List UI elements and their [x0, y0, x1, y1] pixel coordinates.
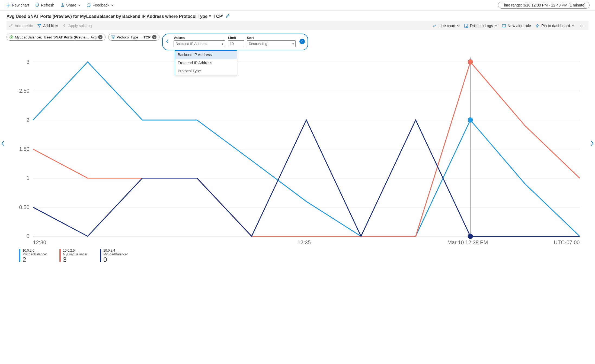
filter-field-label: Protocol Type — [117, 35, 138, 39]
confirm-split-button[interactable]: ✓ — [299, 39, 305, 44]
svg-rect-3 — [465, 24, 467, 27]
add-filter-button[interactable]: Add filter — [37, 24, 58, 28]
new-alert-label: New alert rule — [508, 24, 531, 28]
legend-swatch — [100, 249, 101, 262]
remove-filter-button[interactable]: ✕ — [152, 35, 156, 39]
legend-swatch — [59, 249, 61, 262]
filter-icon — [111, 35, 115, 39]
limit-input[interactable]: 10 — [228, 40, 244, 47]
new-chart-label: New chart — [12, 3, 29, 7]
values-value: Backend IP Address — [175, 42, 207, 46]
dropdown-option[interactable]: Protocol Type — [175, 67, 237, 75]
legend-item[interactable]: 10.0.2.6 MyLoadBalancer 2 — [19, 249, 47, 263]
more-options-button[interactable]: ⋯ — [579, 23, 586, 29]
svg-point-1 — [88, 5, 88, 5]
chevron-right-icon — [590, 140, 594, 146]
chart-title: Avg Used SNAT Ports (Preview) for MyLoad… — [7, 14, 223, 19]
chart-area: 3 2.50 2 1.50 1 0.50 0 12:30 12:35 — [7, 53, 588, 247]
edit-title-button[interactable] — [225, 14, 230, 19]
chevron-down-icon — [457, 24, 460, 27]
x-tick: 12:35 — [298, 239, 311, 245]
y-tick: 1.50 — [19, 146, 30, 152]
add-filter-label: Add filter — [43, 24, 58, 28]
new-chart-button[interactable]: New chart — [5, 2, 30, 8]
legend-swatch — [19, 249, 20, 262]
dropdown-option[interactable]: Backend IP Address — [175, 51, 237, 59]
legend-resource: MyLoadBalancer — [103, 253, 128, 256]
dropdown-option[interactable]: Frontend IP Address — [175, 59, 237, 67]
time-range-picker[interactable]: Time range: 3/10 12:30 PM - 12:40 PM (1 … — [498, 2, 590, 9]
add-metric-button[interactable]: Add metric — [9, 24, 33, 28]
chevron-down-icon — [111, 4, 114, 6]
remove-metric-button[interactable]: ✕ — [98, 35, 103, 39]
chevron-left-icon — [1, 140, 5, 146]
hover-point — [468, 59, 473, 65]
apply-splitting-label: Apply splitting — [68, 24, 92, 28]
filter-icon — [37, 24, 41, 28]
share-icon — [60, 3, 65, 7]
legend-item[interactable]: 10.0.2.5 MyLoadBalancer 3 — [59, 249, 87, 263]
chevron-down-icon — [495, 24, 497, 27]
legend-item[interactable]: 10.0.2.4 MyLoadBalancer 0 — [100, 249, 128, 263]
svg-point-2 — [89, 5, 89, 5]
filter-eq-label: = — [140, 35, 142, 39]
timezone-label: UTC-07:00 — [554, 239, 580, 245]
top-toolbar: New chart Refresh Share Feedback Time ra… — [0, 0, 595, 11]
chart-title-row: Avg Used SNAT Ports (Preview) for MyLoad… — [0, 11, 595, 21]
values-select[interactable]: Backend IP Address ▾ — [174, 40, 225, 47]
chart-next-button[interactable] — [590, 140, 594, 148]
apply-splitting-button[interactable]: Apply splitting — [62, 24, 92, 28]
metric-agg-label: Avg — [91, 35, 97, 39]
hover-point — [468, 234, 473, 239]
alert-icon — [502, 24, 506, 28]
splitting-editor: Values Backend IP Address ▾ Limit 10 Sor… — [162, 34, 308, 50]
y-tick: 2.50 — [19, 88, 30, 94]
legend-value: 3 — [63, 256, 87, 263]
feedback-button[interactable]: Feedback — [86, 2, 114, 8]
sort-value: Descending — [249, 42, 267, 46]
resource-icon — [9, 35, 13, 39]
refresh-label: Refresh — [41, 3, 54, 7]
line-chart[interactable]: 3 2.50 2 1.50 1 0.50 0 12:30 12:35 — [7, 53, 588, 247]
hover-point — [468, 117, 473, 123]
smiley-icon — [87, 3, 91, 7]
values-label: Values — [174, 36, 225, 40]
line-chart-icon — [433, 24, 437, 28]
share-button[interactable]: Share — [60, 2, 81, 8]
sort-select[interactable]: Descending ▾ — [247, 40, 296, 47]
legend-resource: MyLoadBalancer — [63, 253, 87, 256]
chart-prev-button[interactable] — [1, 140, 5, 148]
logs-icon — [464, 24, 468, 28]
pencil-icon — [225, 14, 230, 18]
drill-logs-label: Drill into Logs — [470, 24, 493, 28]
chart-type-selector[interactable]: Line chart — [433, 24, 459, 28]
split-icon — [62, 24, 67, 28]
drill-logs-button[interactable]: Drill into Logs — [464, 24, 497, 28]
limit-label: Limit — [228, 36, 244, 40]
limit-value: 10 — [230, 42, 233, 46]
feedback-label: Feedback — [92, 3, 109, 7]
x-tick: 12:30 — [33, 239, 46, 245]
chevron-down-icon — [572, 24, 574, 27]
y-tick: 1 — [27, 175, 30, 181]
metric-pill[interactable]: MyLoadBalancer, Used SNAT Ports (Previe…… — [7, 34, 105, 41]
legend-value: 2 — [23, 256, 47, 263]
legend-ip: 10.0.2.6 — [23, 249, 47, 252]
metric-toolbar: Add metric Add filter Apply splitting Li… — [7, 21, 588, 30]
filter-pill[interactable]: Protocol Type = TCP ✕ — [108, 34, 159, 41]
y-tick: 0 — [27, 233, 30, 239]
values-dropdown: Backend IP Address Frontend IP Address P… — [175, 50, 237, 75]
refresh-icon — [35, 3, 39, 7]
refresh-button[interactable]: Refresh — [34, 2, 55, 8]
chevron-down-icon — [78, 4, 81, 6]
metric-resource-label: MyLoadBalancer, — [15, 35, 42, 39]
metric-name-label: Used SNAT Ports (Previe… — [44, 35, 89, 39]
pin-dashboard-button[interactable]: Pin to dashboard — [535, 24, 574, 28]
legend-resource: MyLoadBalancer — [23, 253, 47, 256]
split-icon — [165, 39, 170, 44]
new-alert-button[interactable]: New alert rule — [502, 24, 531, 28]
add-metric-label: Add metric — [15, 24, 33, 28]
svg-point-0 — [87, 4, 90, 7]
y-tick: 2 — [27, 117, 30, 123]
legend-ip: 10.0.2.4 — [103, 249, 128, 252]
